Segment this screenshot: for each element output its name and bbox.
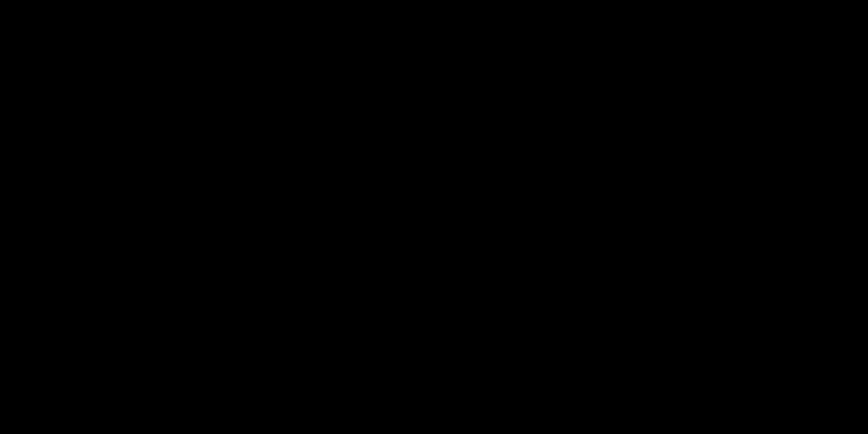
- meteor-radiant-report: [0, 0, 868, 434]
- plot-canvas: [0, 0, 868, 434]
- observation-info: [133, 6, 148, 124]
